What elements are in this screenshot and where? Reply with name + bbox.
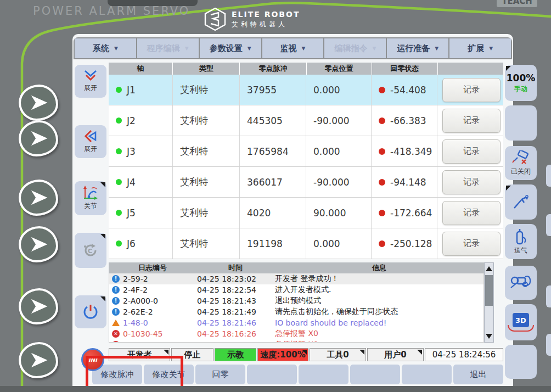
info-icon (112, 308, 120, 316)
scrollbar-thumb[interactable] (485, 275, 493, 306)
blank-softkey[interactable] (299, 365, 348, 384)
axis-row-j1[interactable]: J1 艾利特 37955 0.000 -54.408 记录 (109, 75, 503, 105)
torch-button[interactable] (505, 184, 537, 220)
robot-joint-icon (83, 186, 98, 200)
col-header-home-status: 回零状态 (372, 63, 437, 75)
axis-ok-dot (116, 210, 122, 216)
menu-item-edit-command[interactable]: 编辑指令▼ (324, 38, 386, 58)
edge-partial-button (546, 214, 551, 236)
bottom-bezel (0, 386, 551, 392)
home-button[interactable]: 回零 (195, 365, 245, 384)
log-entry[interactable]: 1-48-004-25 18:21:46IO board should be r… (109, 317, 483, 328)
expand-down-button[interactable]: 展开 (75, 65, 106, 98)
arrow-icon (26, 349, 51, 371)
hardware-arrow-button[interactable] (19, 180, 58, 216)
menu-item-run-prepare[interactable]: 运行准备▼ (387, 38, 448, 58)
hardware-arrow-button[interactable] (19, 120, 58, 156)
alarm-dot (379, 210, 385, 216)
cycle-mode-button[interactable]: C (75, 233, 106, 268)
arrow-icon (26, 233, 51, 255)
menu-bar: 系统▼ 程序编辑▼ 参数设置▼ 监视▼ 编辑指令▼ 运行准备▼ 扩展▼ (74, 37, 512, 59)
menu-item-monitor[interactable]: 监视▼ (262, 38, 324, 58)
speed-mode-button[interactable]: 100% 手动 (505, 65, 537, 101)
power-icon (82, 304, 99, 320)
modify-joint-button[interactable]: 修改关节 (144, 365, 194, 384)
menu-item-extend[interactable]: 扩展▼ (449, 38, 511, 58)
elite-logo-icon (204, 7, 226, 31)
axis-row-j6[interactable]: J6 艾利特 191198 0.000 -250.128 记录 (109, 228, 503, 259)
power-button[interactable] (75, 295, 106, 328)
record-button[interactable]: 记录 (442, 78, 501, 102)
menu-item-system[interactable]: 系统▼ (75, 38, 136, 58)
scroll-down-icon[interactable] (486, 334, 492, 339)
record-button[interactable]: 记录 (442, 170, 501, 194)
cycle-icon: C (82, 242, 99, 259)
blank-softkey[interactable] (247, 365, 297, 384)
log-entry[interactable]: 2-59-204-25 18:23:02开发者 登录成功！ (109, 273, 483, 284)
view3d-button[interactable]: 3D (505, 304, 537, 340)
chevron-down-icon: ▼ (185, 46, 189, 51)
col-header-zero-pos: 零点位置 (307, 63, 372, 75)
status-speed[interactable]: 速度:100% (257, 348, 308, 361)
error-icon (112, 341, 120, 343)
blank-side-button[interactable] (505, 105, 537, 141)
edge-partial-button (546, 334, 551, 356)
joint-mode-button[interactable]: 关节 (75, 181, 106, 215)
svg-text:C: C (88, 248, 92, 255)
status-datetime: 04-25 18:24:56 (425, 348, 503, 361)
brand-name: ELITE ROBOT (232, 10, 300, 19)
scroll-up-icon[interactable] (486, 266, 492, 271)
log-scrollbar[interactable] (484, 262, 494, 343)
blank-softkey[interactable] (402, 365, 452, 384)
hardware-arrow-button[interactable] (19, 288, 58, 324)
status-user-frame[interactable]: 用户0 (367, 348, 424, 361)
torch-closed-button[interactable]: 已关闭 (505, 146, 537, 180)
double-chevron-down-icon (83, 70, 98, 82)
arrow-icon (26, 127, 51, 149)
log-entry[interactable]: 2-A000-004-25 18:21:43退出预约模式 (109, 295, 483, 306)
camera-hand-icon (510, 273, 532, 292)
blank-side-button[interactable] (505, 345, 537, 379)
col-header-axis: 轴 (109, 63, 172, 75)
col-header-blank (438, 63, 503, 75)
alarm-dot (379, 87, 385, 93)
log-entry[interactable]: 2-62E-204-25 18:21:49请先点击初始化，确保处于同步状态 (109, 306, 483, 317)
axis-row-j3[interactable]: J3 艾利特 1765984 0.000 -418.349 记录 (109, 136, 503, 167)
menu-item-program-edit[interactable]: 程序编辑▼ (137, 38, 199, 58)
record-button[interactable]: 记录 (442, 139, 501, 164)
axis-row-j2[interactable]: J2 艾利特 445305 -90.000 -66.383 记录 (109, 105, 503, 136)
blank-softkey[interactable] (350, 365, 400, 384)
hardware-arrow-button[interactable] (19, 342, 58, 378)
teach-mode-badge: TEACH (497, 0, 537, 7)
log-entry[interactable]: 2-4F-204-25 18:22:54进入开发者模式. (109, 284, 483, 295)
gas-button[interactable]: 送气 (505, 224, 537, 259)
axis-ok-dot (116, 148, 122, 154)
torch-icon (512, 194, 530, 210)
expand-left-button[interactable]: 展开 (75, 125, 106, 158)
hardware-arrow-button[interactable] (19, 226, 58, 262)
axis-row-j4[interactable]: J4 艾利特 366017 -90.000 -94.148 记录 (109, 167, 503, 198)
camera-button[interactable] (505, 266, 537, 300)
info-icon (112, 286, 120, 294)
exit-button[interactable]: 退出 (453, 365, 503, 384)
error-icon (112, 330, 120, 338)
log-col-time: 时间 (196, 262, 274, 273)
log-entry[interactable]: 0-1030-4504-25 18:16:26急停报警 X0 (109, 328, 483, 339)
edge-partial-button (546, 285, 551, 307)
record-button[interactable]: 记录 (442, 201, 501, 225)
chevron-down-icon: ▼ (372, 46, 376, 51)
info-icon (112, 297, 120, 305)
log-entry[interactable]: 0-1030-4504-25 18:16:26急停报警 X0 (109, 339, 483, 343)
menu-item-param-settings[interactable]: 参数设置▼ (200, 38, 261, 58)
status-tool[interactable]: 工具0 (310, 348, 366, 361)
record-button[interactable]: 记录 (442, 232, 501, 256)
hardware-arrow-button[interactable] (19, 85, 58, 121)
chevron-down-icon: ▼ (435, 46, 438, 51)
axis-row-j5[interactable]: J5 艾利特 4020 90.000 -172.664 记录 (109, 198, 503, 228)
chevron-down-icon: ▼ (489, 46, 493, 51)
record-button[interactable]: 记录 (442, 109, 501, 133)
indicator-labels: POWER ALARM SERVO (33, 4, 190, 18)
ini-button[interactable]: INI (81, 348, 104, 371)
chevron-down-icon: ▼ (302, 46, 306, 51)
status-user[interactable]: 开发者 (109, 348, 170, 361)
